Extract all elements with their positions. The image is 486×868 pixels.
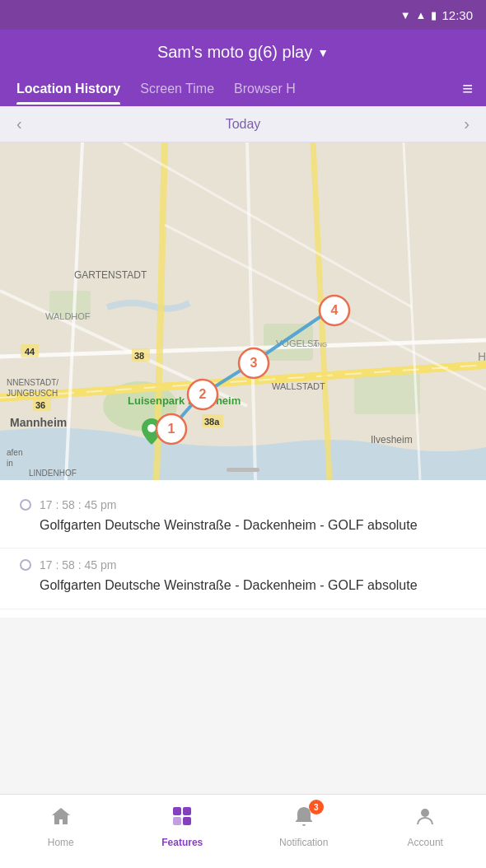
location-list: 17 : 58 : 45 pm Golfgarten Deutsche Wein… bbox=[0, 480, 486, 618]
svg-rect-55 bbox=[173, 817, 181, 825]
map-area[interactable]: 44 44 38 36 37 38a GARTENSTADT WALDHOF N… bbox=[0, 142, 486, 480]
svg-text:38a: 38a bbox=[204, 417, 220, 427]
location-item[interactable]: 17 : 58 : 45 pm Golfgarten Deutsche Wein… bbox=[0, 488, 486, 548]
svg-text:Ilvesheim: Ilvesheim bbox=[371, 434, 413, 446]
time-dot-2 bbox=[20, 559, 31, 571]
svg-text:GARTENSTADT: GARTENSTADT bbox=[74, 269, 147, 281]
svg-text:LINDENHOF: LINDENHOF bbox=[29, 469, 77, 478]
svg-rect-56 bbox=[183, 817, 191, 825]
location-item[interactable]: 17 : 58 : 45 pm Golfgarten Deutsche Wein… bbox=[0, 548, 486, 609]
device-name-row[interactable]: Sam's moto g(6) play ▼ bbox=[0, 38, 486, 72]
date-nav: ‹ Today › bbox=[0, 106, 486, 142]
bottom-nav: Home Features 3 Notification bbox=[0, 794, 486, 868]
status-icons: ▼ ▲ ▮ 12:30 bbox=[400, 8, 473, 22]
svg-text:3: 3 bbox=[250, 356, 258, 370]
nav-features[interactable]: Features bbox=[153, 805, 211, 848]
tab-bar: Location History Screen Time Browser H ≡ bbox=[0, 72, 486, 106]
location-time-2: 17 : 58 : 45 pm bbox=[20, 558, 466, 572]
svg-rect-54 bbox=[183, 807, 191, 815]
svg-text:H: H bbox=[478, 350, 486, 363]
date-prev-button[interactable]: ‹ bbox=[16, 114, 22, 133]
svg-text:WALLSTADT: WALLSTADT bbox=[272, 381, 325, 391]
map-drag-handle[interactable] bbox=[227, 468, 259, 472]
tab-location-history[interactable]: Location History bbox=[7, 73, 130, 105]
tab-browser-history[interactable]: Browser H bbox=[224, 73, 306, 105]
status-time: 12:30 bbox=[442, 8, 473, 22]
notification-count: 3 bbox=[309, 800, 324, 814]
notification-badge-container: 3 bbox=[292, 805, 315, 833]
time-dot-1 bbox=[20, 499, 31, 511]
map-svg: 44 44 38 36 37 38a GARTENSTADT WALDHOF N… bbox=[0, 142, 486, 480]
date-next-button[interactable]: › bbox=[464, 114, 470, 133]
nav-home[interactable]: Home bbox=[32, 805, 90, 848]
svg-text:afen: afen bbox=[7, 448, 22, 457]
svg-text:2: 2 bbox=[199, 387, 207, 401]
svg-text:JUNGBUSCH: JUNGBUSCH bbox=[7, 389, 58, 398]
svg-text:1: 1 bbox=[168, 422, 175, 436]
svg-text:Luisenpark Mannheim: Luisenpark Mannheim bbox=[128, 394, 241, 407]
account-icon bbox=[414, 805, 437, 833]
location-name-2: Golfgarten Deutsche Weinstraße - Dackenh… bbox=[20, 576, 466, 595]
svg-text:in: in bbox=[7, 459, 13, 468]
svg-text:WALDHOF: WALDHOF bbox=[45, 311, 91, 321]
svg-text:ANG: ANG bbox=[313, 341, 327, 348]
home-icon bbox=[49, 805, 72, 833]
wifi-icon: ▼ bbox=[400, 9, 411, 21]
svg-rect-4 bbox=[354, 373, 420, 414]
signal-icon: ▲ bbox=[416, 9, 427, 21]
svg-text:44: 44 bbox=[25, 347, 35, 357]
svg-text:Mannheim: Mannheim bbox=[10, 416, 67, 429]
nav-features-label: Features bbox=[161, 837, 203, 848]
nav-account-label: Account bbox=[408, 837, 443, 848]
location-time-1: 17 : 58 : 45 pm bbox=[20, 498, 466, 511]
nav-home-label: Home bbox=[48, 837, 74, 848]
device-name: Sam's moto g(6) play bbox=[157, 43, 312, 62]
tab-screen-time[interactable]: Screen Time bbox=[130, 73, 224, 105]
svg-text:NNENSTADT/: NNENSTADT/ bbox=[7, 378, 58, 387]
device-dropdown-icon[interactable]: ▼ bbox=[317, 46, 329, 59]
svg-point-43 bbox=[147, 424, 156, 432]
menu-icon[interactable]: ≡ bbox=[456, 72, 479, 106]
nav-notification[interactable]: 3 Notification bbox=[275, 805, 333, 848]
nav-account[interactable]: Account bbox=[396, 805, 454, 848]
svg-point-57 bbox=[421, 809, 429, 817]
features-icon bbox=[171, 805, 194, 833]
svg-text:4: 4 bbox=[331, 303, 339, 317]
app-header: Sam's moto g(6) play ▼ Location History … bbox=[0, 30, 486, 106]
status-bar: ▼ ▲ ▮ 12:30 bbox=[0, 0, 486, 30]
nav-notification-label: Notification bbox=[279, 837, 328, 848]
battery-icon: ▮ bbox=[431, 9, 437, 21]
svg-text:38: 38 bbox=[134, 351, 144, 361]
svg-rect-53 bbox=[173, 807, 181, 815]
svg-text:36: 36 bbox=[35, 400, 45, 410]
location-name-1: Golfgarten Deutsche Weinstraße - Dackenh… bbox=[20, 516, 466, 534]
date-label: Today bbox=[226, 117, 261, 132]
